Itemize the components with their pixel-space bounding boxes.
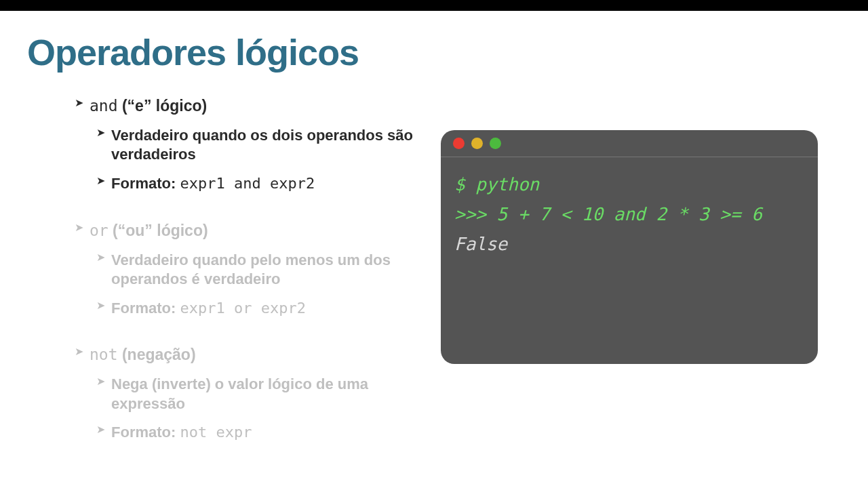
and-heading: and (“e” lógico)	[75, 96, 441, 117]
and-format: Formato: expr1 and expr2	[75, 174, 441, 194]
slide: Operadores lógicos and (“e” lógico) Verd…	[0, 11, 868, 488]
letterbox-bar	[0, 0, 868, 11]
not-heading-rest: (negação)	[118, 346, 196, 363]
and-desc: Verdadeiro quando os dois operandos são …	[75, 126, 441, 165]
format-label: Formato:	[111, 424, 180, 441]
terminal-line-input: >>> 5 + 7 < 10 and 2 * 3 >= 6	[454, 199, 804, 229]
or-format-expr: expr1 or expr2	[180, 300, 305, 317]
terminal-titlebar	[441, 130, 818, 157]
not-desc: Nega (inverte) o valor lógico de uma exp…	[75, 375, 441, 413]
window-zoom-icon	[490, 138, 501, 149]
content-columns: and (“e” lógico) Verdadeiro quando os do…	[27, 96, 841, 470]
not-group: not (negação) Nega (inverte) o valor lóg…	[75, 345, 441, 443]
terminal-body: $ python >>> 5 + 7 < 10 and 2 * 3 >= 6 F…	[441, 157, 818, 272]
not-format: Formato: not expr	[75, 423, 441, 443]
or-group: or (“ou” lógico) Verdadeiro quando pelo …	[75, 221, 441, 319]
not-format-expr: not expr	[180, 424, 252, 441]
not-heading: not (negação)	[75, 345, 441, 365]
and-group: and (“e” lógico) Verdadeiro quando os do…	[75, 96, 441, 194]
or-keyword: or	[90, 222, 108, 239]
terminal-line-python: $ python	[454, 169, 804, 199]
window-close-icon	[453, 138, 465, 149]
format-label: Formato:	[111, 175, 180, 192]
or-desc: Verdadeiro quando pelo menos um dos oper…	[75, 251, 441, 289]
format-label: Formato:	[111, 300, 180, 317]
and-heading-rest: (“e” lógico)	[118, 97, 208, 115]
and-format-expr: expr1 and expr2	[180, 175, 315, 192]
or-heading-rest: (“ou” lógico)	[108, 222, 208, 239]
slide-title: Operadores lógicos	[27, 31, 841, 73]
or-format: Formato: expr1 or expr2	[75, 299, 441, 319]
and-keyword: and	[90, 97, 118, 115]
terminal-window: $ python >>> 5 + 7 < 10 and 2 * 3 >= 6 F…	[441, 130, 818, 364]
terminal-line-output: False	[454, 229, 804, 259]
window-minimize-icon	[471, 138, 483, 149]
bullet-column: and (“e” lógico) Verdadeiro quando os do…	[27, 96, 441, 470]
or-heading: or (“ou” lógico)	[75, 221, 441, 241]
terminal-column: $ python >>> 5 + 7 < 10 and 2 * 3 >= 6 F…	[441, 96, 821, 470]
not-keyword: not	[90, 346, 118, 363]
